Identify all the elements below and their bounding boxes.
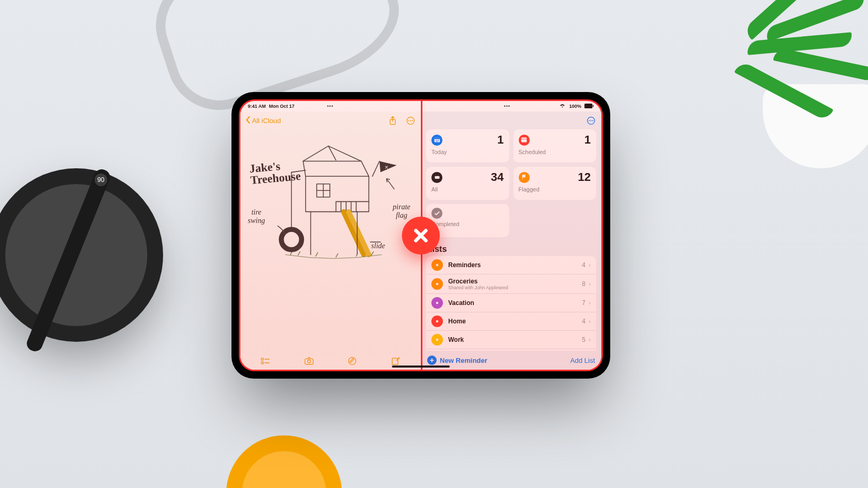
home-indicator[interactable] [392, 365, 450, 368]
calendar-today-icon: 17 [431, 135, 442, 146]
list-count: 4 [582, 318, 586, 325]
list-count: 5 [582, 336, 586, 343]
list-item[interactable]: Vacation7› [426, 294, 596, 312]
list-icon [431, 259, 443, 271]
svg-point-5 [410, 120, 411, 121]
list-count: 8 [582, 280, 586, 288]
notes-header: All iCloud [240, 111, 421, 129]
close-button[interactable] [402, 217, 440, 255]
smart-scheduled-count: 1 [584, 133, 591, 147]
list-item[interactable]: Work5› [426, 331, 596, 349]
list-icon [431, 278, 443, 290]
annotation-tire: tire swing [248, 208, 265, 225]
chevron-right-icon: › [589, 299, 591, 307]
markup-button[interactable] [347, 355, 358, 366]
ipad-device: 9:41 AM Mon Oct 17 ••• ••• 100% [231, 92, 610, 379]
svg-point-6 [411, 120, 412, 121]
close-icon [411, 226, 431, 246]
chevron-right-icon: › [589, 318, 591, 325]
svg-point-17 [590, 120, 591, 121]
camera-button[interactable] [304, 355, 314, 366]
chevron-right-icon: › [589, 261, 591, 269]
svg-rect-10 [261, 362, 264, 364]
notes-app-pane: All iCloud Jake's Treehouse tire swing p… [240, 111, 421, 370]
reminders-app-pane: 17 1 Today 1 Scheduled [421, 111, 601, 370]
chevron-left-icon [246, 116, 250, 125]
status-time: 9:41 AM [248, 104, 266, 109]
new-reminder-button[interactable]: + New Reminder [427, 355, 487, 365]
plus-icon: + [427, 355, 437, 365]
new-reminder-label: New Reminder [440, 357, 487, 364]
svg-rect-23 [521, 138, 527, 143]
svg-rect-24 [435, 176, 439, 179]
checklist-button[interactable] [260, 355, 270, 366]
svg-point-16 [589, 120, 590, 121]
back-button[interactable]: All iCloud [246, 116, 281, 125]
battery-icon [584, 104, 594, 109]
chevron-right-icon: › [589, 336, 591, 343]
smart-flagged-label: Flagged [519, 186, 591, 192]
wifi-icon [559, 103, 566, 109]
list-icon [431, 297, 443, 309]
svg-rect-14 [392, 358, 398, 364]
multitasking-dots-right[interactable]: ••• [504, 104, 510, 109]
list-name: Groceries [448, 278, 582, 285]
list-count: 4 [582, 261, 586, 269]
smart-scheduled-label: Scheduled [519, 149, 591, 155]
reminders-header [421, 111, 601, 129]
note-title: Jake's Treehouse [249, 159, 301, 186]
svg-rect-9 [261, 358, 264, 360]
add-list-button[interactable]: Add List [570, 357, 595, 364]
multitasking-dots-left[interactable]: ••• [327, 104, 334, 109]
smart-today[interactable]: 17 1 Today [426, 129, 509, 162]
status-battery-pct: 100% [569, 104, 581, 109]
list-subtitle: Shared with John Appleseed [448, 285, 582, 290]
list-item[interactable]: Reminders4› [426, 256, 596, 274]
list-item[interactable]: Home4› [426, 312, 596, 331]
smart-today-count: 1 [497, 133, 503, 147]
ipad-screen: 9:41 AM Mon Oct 17 ••• ••• 100% [239, 99, 603, 371]
list-name: Reminders [448, 261, 582, 269]
list-name: Vacation [448, 299, 582, 307]
status-date: Mon Oct 17 [269, 104, 295, 109]
check-icon [431, 208, 442, 219]
smart-flagged[interactable]: 12 Flagged [513, 167, 597, 200]
list-name: Home [448, 318, 582, 325]
svg-rect-0 [584, 104, 592, 108]
list-item[interactable]: GroceriesShared with John Appleseed8› [426, 274, 596, 294]
svg-rect-1 [593, 105, 594, 107]
list-icon [431, 316, 443, 327]
annotation-slide: slide [371, 242, 385, 250]
flag-icon [519, 172, 530, 183]
smart-flagged-count: 12 [578, 170, 591, 184]
chevron-right-icon: › [589, 280, 591, 288]
smart-all[interactable]: 34 All [426, 167, 509, 200]
svg-text:17: 17 [435, 139, 439, 143]
smart-all-label: All [431, 186, 504, 192]
compose-button[interactable] [391, 355, 401, 366]
smart-completed-label: Completed [431, 221, 504, 227]
list-count: 7 [582, 299, 586, 307]
back-label: All iCloud [252, 117, 281, 125]
lists-header: Lists [421, 237, 601, 256]
smart-lists-grid: 17 1 Today 1 Scheduled [421, 129, 601, 237]
svg-point-18 [592, 120, 593, 121]
share-button[interactable] [387, 115, 398, 126]
reminders-more-button[interactable] [586, 115, 596, 126]
annotation-flag: pirate flag [393, 203, 410, 220]
list-name: Work [448, 336, 582, 343]
svg-point-4 [408, 120, 409, 121]
tray-icon [431, 172, 442, 183]
svg-point-12 [307, 360, 310, 363]
calendar-icon [519, 135, 530, 146]
smart-all-count: 34 [491, 170, 503, 184]
smart-today-label: Today [431, 149, 504, 155]
list-icon [431, 334, 443, 345]
smart-scheduled[interactable]: 1 Scheduled [513, 129, 597, 162]
note-canvas[interactable]: Jake's Treehouse tire swing pirate flag … [240, 129, 421, 352]
more-button[interactable] [405, 115, 416, 126]
